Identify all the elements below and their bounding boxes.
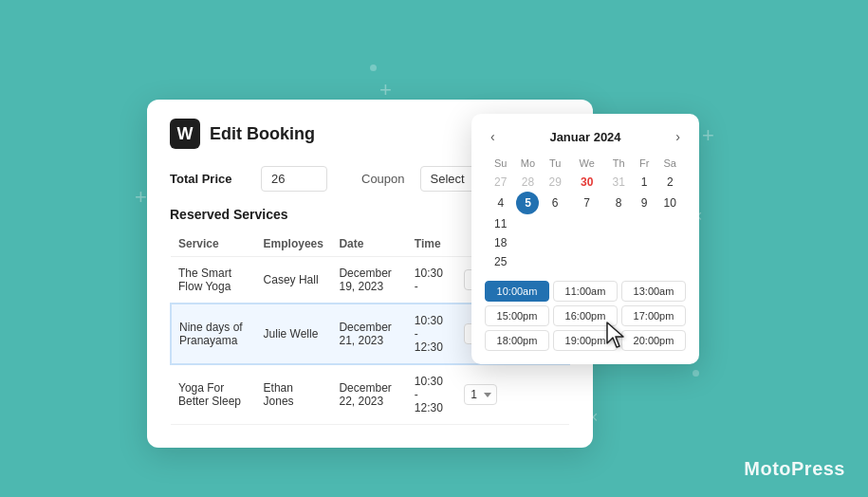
service-employee: Casey Hall	[256, 257, 332, 304]
cal-day-today[interactable]: 5	[516, 192, 539, 214]
cal-day[interactable]: 28	[516, 173, 539, 192]
weekday-mo: Mo	[516, 156, 539, 173]
time-slot[interactable]: 17:00pm	[621, 305, 686, 326]
motopress-logo: MotoPress	[744, 458, 845, 480]
calendar-next-button[interactable]: ›	[670, 127, 686, 146]
col-date: Date	[331, 231, 406, 257]
cal-day[interactable]: 1	[635, 173, 655, 192]
service-employee: Ethan Jones	[256, 364, 332, 425]
deco-plus-3: +	[702, 123, 714, 148]
table-row: Yoga For Better Sleep Ethan Jones Decemb…	[171, 364, 569, 425]
calendar-week-row: 11	[485, 214, 686, 233]
cal-day	[516, 214, 539, 233]
time-slots-grid: 10:00am 11:00am 13:00am 15:00pm 16:00pm …	[485, 281, 686, 351]
weekday-tu: Tu	[539, 156, 570, 173]
time-slot[interactable]: 13:00am	[621, 281, 686, 302]
service-qty: 1	[456, 364, 505, 425]
time-slot[interactable]: 15:00pm	[485, 305, 549, 326]
service-date: December 22, 2023	[331, 364, 406, 425]
calendar-weekday-row: Su Mo Tu We Th Fr Sa	[485, 156, 686, 173]
cal-day[interactable]: 9	[635, 192, 655, 214]
cal-day[interactable]: 29	[539, 173, 570, 192]
wp-logo: W	[170, 119, 200, 149]
cal-day	[602, 214, 634, 233]
service-name: The Smart Flow Yoga	[171, 257, 256, 304]
service-name: Nine days of Pranayama	[171, 304, 256, 364]
weekday-th: Th	[602, 156, 634, 173]
time-slot[interactable]: 19:00pm	[553, 330, 618, 351]
cal-day[interactable]: 4	[485, 192, 516, 214]
time-slot[interactable]: 16:00pm	[553, 305, 618, 326]
cal-day[interactable]: 2	[654, 173, 686, 192]
service-time: 10:30 - 12:30	[407, 364, 457, 425]
weekday-sa: Sa	[654, 156, 686, 173]
calendar-week-row: 25	[485, 252, 686, 271]
qty-select-3[interactable]: 1	[464, 384, 497, 405]
calendar-month-label: Januar 2024	[549, 130, 620, 144]
deco-plus-1: +	[135, 185, 147, 210]
cal-day	[539, 252, 570, 271]
service-time: 10:30 - 12:30	[407, 304, 457, 364]
cal-day[interactable]: 6	[539, 192, 570, 214]
cal-day[interactable]: 11	[485, 214, 516, 233]
cal-day	[602, 252, 634, 271]
calendar-week-row: 4 5 6 7 8 9 10	[485, 192, 686, 214]
cal-day[interactable]: 18	[485, 233, 516, 252]
calendar-week-row: 27 28 29 30 31 1 2	[485, 173, 686, 192]
cal-day	[571, 214, 602, 233]
cal-day	[635, 252, 655, 271]
cal-day[interactable]: 31	[602, 173, 634, 192]
col-employees: Employees	[256, 231, 332, 257]
service-action	[505, 364, 569, 425]
cal-day	[571, 252, 602, 271]
cal-day	[602, 233, 634, 252]
cal-day	[654, 214, 686, 233]
cal-day	[516, 252, 539, 271]
cal-day	[539, 233, 570, 252]
deco-dot-1	[370, 64, 377, 71]
cal-day[interactable]: 25	[485, 252, 516, 271]
service-date: December 21, 2023	[331, 304, 406, 364]
service-employee: Julie Welle	[256, 304, 332, 364]
weekday-we: We	[571, 156, 602, 173]
cal-day	[654, 233, 686, 252]
cal-day	[635, 233, 655, 252]
cal-day[interactable]: 10	[654, 192, 686, 214]
calendar-popup: ‹ Januar 2024 › Su Mo Tu We Th Fr Sa 27 …	[471, 114, 699, 364]
coupon-label: Coupon	[361, 172, 405, 186]
deco-dot-2	[693, 370, 699, 377]
cal-day[interactable]: 7	[571, 192, 602, 214]
calendar-grid: Su Mo Tu We Th Fr Sa 27 28 29 30 31 1 2 …	[485, 156, 686, 271]
service-time: 10:30 -	[407, 257, 457, 304]
weekday-su: Su	[485, 156, 516, 173]
calendar-week-row: 18	[485, 233, 686, 252]
time-slot[interactable]: 18:00pm	[485, 330, 549, 351]
time-slot[interactable]: 11:00am	[553, 281, 618, 302]
calendar-header: ‹ Januar 2024 ›	[485, 127, 686, 146]
cal-day	[654, 252, 686, 271]
price-label: Total Price	[170, 172, 246, 186]
cal-day	[516, 233, 539, 252]
cal-day[interactable]: 27	[485, 173, 516, 192]
col-time: Time	[407, 231, 457, 257]
cal-day	[571, 233, 602, 252]
calendar-prev-button[interactable]: ‹	[485, 127, 501, 146]
time-slot[interactable]: 20:00pm	[621, 330, 686, 351]
col-service: Service	[171, 231, 256, 257]
service-date: December 19, 2023	[331, 257, 406, 304]
cal-day	[539, 214, 570, 233]
price-input[interactable]	[261, 166, 327, 192]
cal-day[interactable]: 8	[602, 192, 634, 214]
cal-day	[635, 214, 655, 233]
time-slot[interactable]: 10:00am	[485, 281, 549, 302]
service-name: Yoga For Better Sleep	[171, 364, 256, 425]
cal-day[interactable]: 30	[571, 173, 602, 192]
page-title: Edit Booking	[210, 124, 315, 144]
weekday-fr: Fr	[635, 156, 655, 173]
